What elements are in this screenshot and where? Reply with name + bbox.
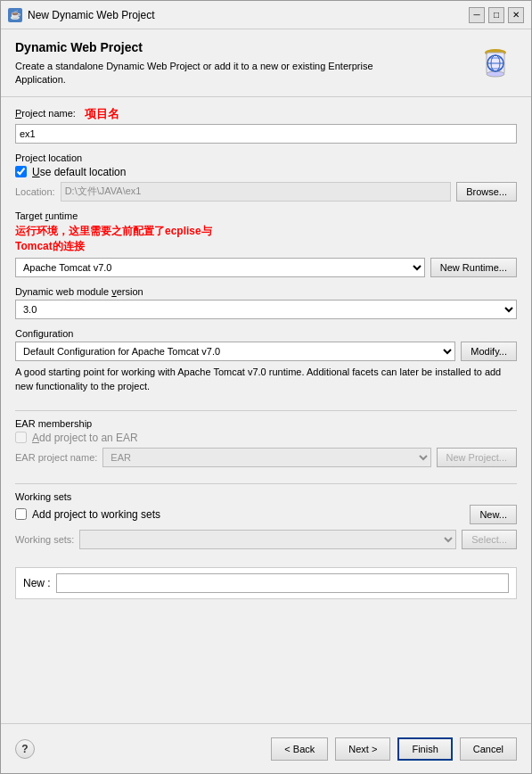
- maximize-button[interactable]: □: [488, 7, 504, 23]
- add-to-working-sets-label: Add project to working sets: [32, 508, 160, 521]
- configuration-description: A good starting point for working with A…: [15, 365, 517, 394]
- footer-buttons: < Back Next > Finish Cancel: [42, 737, 517, 761]
- new-annotation-input[interactable]: [56, 573, 509, 593]
- add-to-working-sets-checkbox[interactable]: [15, 508, 27, 520]
- svg-point-2: [487, 71, 504, 77]
- window-title: New Dynamic Web Project: [28, 9, 155, 21]
- form-content: Project name: 项目名 Project location Use d…: [1, 97, 531, 723]
- header-description: Create a standalone Dynamic Web Project …: [15, 60, 407, 87]
- main-window: ☕ New Dynamic Web Project ─ □ ✕ Dynamic …: [0, 0, 532, 774]
- header-section: Dynamic Web Project Create a standalone …: [1, 29, 531, 97]
- footer-bar: ? < Back Next > Finish Cancel: [1, 723, 531, 773]
- location-row: Location: Browse...: [15, 182, 517, 202]
- working-sets-left: Add project to working sets: [15, 508, 160, 521]
- working-sets-field-label: Working sets:: [15, 534, 74, 545]
- title-bar: ☕ New Dynamic Web Project ─ □ ✕: [1, 1, 531, 29]
- configuration-group: Configuration Default Configuration for …: [15, 328, 517, 394]
- header-title: Dynamic Web Project: [15, 40, 407, 54]
- target-runtime-select[interactable]: Apache Tomcat v7.0: [15, 258, 425, 277]
- cancel-button[interactable]: Cancel: [460, 737, 517, 761]
- working-sets-new-button[interactable]: New...: [470, 505, 517, 524]
- app-icon: ☕: [8, 8, 22, 22]
- working-sets-group: Working sets Add project to working sets…: [15, 491, 517, 549]
- add-to-ear-label: Add project to an EAR: [32, 432, 138, 444]
- title-bar-left: ☕ New Dynamic Web Project: [8, 8, 155, 22]
- dynamic-web-module-label: Dynamic web module version: [15, 286, 517, 297]
- divider-ear: [15, 410, 517, 411]
- ear-membership-label: EAR membership: [15, 418, 517, 429]
- ear-membership-group: EAR membership Add project to an EAR EAR…: [15, 418, 517, 467]
- new-annotation-label: New :: [23, 577, 51, 589]
- working-sets-label: Working sets: [15, 491, 517, 502]
- configuration-select[interactable]: Default Configuration for Apache Tomcat …: [15, 342, 455, 361]
- dynamic-web-module-group: Dynamic web module version 3.0: [15, 286, 517, 319]
- add-to-ear-row: Add project to an EAR: [15, 432, 517, 444]
- add-to-ear-checkbox[interactable]: [15, 432, 27, 443]
- project-location-group: Project location Use default location Lo…: [15, 152, 517, 202]
- project-name-label: Project name:: [15, 108, 76, 119]
- project-name-annotation: 项目名: [85, 106, 119, 122]
- working-sets-add-row: Add project to working sets New...: [15, 505, 517, 524]
- new-project-button[interactable]: New Project...: [437, 448, 517, 467]
- working-sets-select[interactable]: [79, 530, 456, 549]
- location-label: Location:: [15, 186, 55, 197]
- modify-button[interactable]: Modify...: [461, 342, 517, 361]
- use-default-location-checkbox[interactable]: [15, 166, 27, 177]
- target-runtime-group: Target runtime 运行环境，这里需要之前配置了ecplise与 To…: [15, 210, 517, 277]
- configuration-row: Default Configuration for Apache Tomcat …: [15, 342, 517, 361]
- working-sets-select-button[interactable]: Select...: [462, 530, 517, 549]
- use-default-location-row: Use default location: [15, 166, 517, 178]
- minimize-button[interactable]: ─: [469, 7, 485, 23]
- use-default-location-label: Use default location: [32, 166, 126, 178]
- working-sets-input-row: Working sets: Select...: [15, 530, 517, 549]
- header-text: Dynamic Web Project Create a standalone …: [15, 40, 407, 87]
- ear-project-select[interactable]: EAR: [102, 448, 430, 467]
- configuration-label: Configuration: [15, 328, 517, 339]
- help-button[interactable]: ?: [15, 739, 35, 759]
- dynamic-web-module-select[interactable]: 3.0: [15, 300, 517, 319]
- project-name-input[interactable]: [15, 124, 517, 144]
- finish-button[interactable]: Finish: [397, 737, 452, 761]
- target-runtime-row: Apache Tomcat v7.0 New Runtime...: [15, 258, 517, 277]
- next-button[interactable]: Next >: [335, 737, 390, 761]
- target-runtime-annotation-block: Target runtime 运行环境，这里需要之前配置了ecplise与 To…: [15, 210, 517, 254]
- globe-icon: [474, 40, 517, 83]
- target-runtime-annotation: 运行环境，这里需要之前配置了ecplise与 Tomcat的连接: [15, 224, 517, 254]
- target-runtime-label: Target runtime: [15, 210, 517, 221]
- new-runtime-button[interactable]: New Runtime...: [430, 258, 517, 277]
- close-button[interactable]: ✕: [508, 7, 524, 23]
- back-button[interactable]: < Back: [271, 737, 328, 761]
- divider-working-sets: [15, 483, 517, 484]
- new-annotation-block: New :: [15, 567, 517, 599]
- location-input[interactable]: [61, 182, 451, 202]
- browse-button[interactable]: Browse...: [456, 182, 517, 202]
- title-bar-controls: ─ □ ✕: [469, 7, 524, 23]
- ear-project-label: EAR project name:: [15, 452, 97, 463]
- project-name-group: Project name: 项目名: [15, 106, 517, 144]
- project-location-label: Project location: [15, 152, 517, 163]
- ear-project-row: EAR project name: EAR New Project...: [15, 448, 517, 467]
